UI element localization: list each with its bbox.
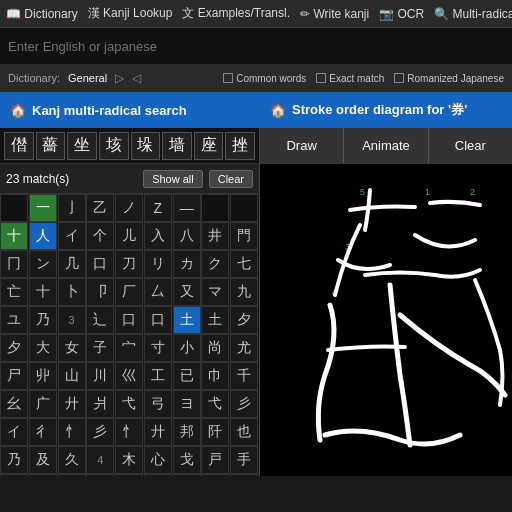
selected-radical-6[interactable]: 座 bbox=[194, 132, 224, 160]
radical-cell[interactable]: 手 bbox=[230, 446, 258, 474]
radical-cell[interactable]: 邦 bbox=[173, 418, 201, 446]
radical-cell[interactable]: 夕 bbox=[0, 334, 28, 362]
radical-cell[interactable]: イ bbox=[58, 222, 86, 250]
radical-cell[interactable]: 山 bbox=[58, 362, 86, 390]
radical-cell[interactable]: 口 bbox=[86, 250, 114, 278]
radical-cell[interactable]: 口 bbox=[115, 306, 143, 334]
selected-radical-7[interactable]: 挫 bbox=[225, 132, 255, 160]
radical-cell[interactable]: 十 bbox=[29, 278, 57, 306]
draw-button[interactable]: Draw bbox=[260, 128, 344, 163]
romanized-checkbox[interactable] bbox=[394, 73, 404, 83]
exact-match-checkbox[interactable] bbox=[316, 73, 326, 83]
kanji-canvas[interactable]: 5 1 2 3 4 bbox=[260, 164, 512, 476]
nav-examples[interactable]: 文 Examples/Transl. bbox=[182, 5, 290, 22]
radical-cell[interactable]: 門 bbox=[230, 222, 258, 250]
show-all-button[interactable]: Show all bbox=[143, 170, 203, 188]
radical-cell[interactable]: 彡 bbox=[86, 418, 114, 446]
radical-cell[interactable]: マ bbox=[201, 278, 229, 306]
radical-cell[interactable]: 巛 bbox=[115, 362, 143, 390]
clear-button-small[interactable]: Clear bbox=[209, 170, 253, 188]
radical-cell[interactable]: 乔 bbox=[86, 474, 114, 476]
radical-cell[interactable]: ヨ bbox=[173, 390, 201, 418]
radical-cell[interactable]: 彡 bbox=[230, 390, 258, 418]
radical-cell[interactable]: 卜 bbox=[58, 278, 86, 306]
exact-match-option[interactable]: Exact match bbox=[316, 73, 384, 84]
radical-cell[interactable]: 川 bbox=[86, 362, 114, 390]
selected-radical-5[interactable]: 墙 bbox=[162, 132, 192, 160]
nav-write[interactable]: ✏ Write kanji bbox=[300, 7, 369, 21]
radical-cell[interactable]: 乃 bbox=[29, 306, 57, 334]
radical-cell[interactable]: 刀 bbox=[115, 250, 143, 278]
radical-cell-hito[interactable]: 人 bbox=[29, 222, 57, 250]
radical-cell[interactable]: 乃 bbox=[0, 446, 28, 474]
common-words-option[interactable]: Common words bbox=[223, 73, 306, 84]
radical-cell[interactable]: 廾 bbox=[144, 418, 172, 446]
radical-cell[interactable]: 辶 bbox=[86, 306, 114, 334]
radical-cell[interactable]: 心 bbox=[144, 446, 172, 474]
radical-cell[interactable]: 弋 bbox=[201, 390, 229, 418]
radical-cell[interactable]: 儿 bbox=[115, 222, 143, 250]
radical-cell[interactable]: 女 bbox=[58, 334, 86, 362]
radical-cell[interactable]: 卩 bbox=[86, 278, 114, 306]
radical-cell[interactable]: 木 bbox=[115, 446, 143, 474]
radical-cell[interactable]: 彳 bbox=[29, 418, 57, 446]
radical-cell[interactable]: 寸 bbox=[144, 334, 172, 362]
radical-cell[interactable]: 日 bbox=[201, 474, 229, 476]
radical-cell[interactable]: 子 bbox=[86, 334, 114, 362]
home-icon-right[interactable]: 🏠 bbox=[270, 103, 286, 118]
radical-cell[interactable]: 已 bbox=[173, 362, 201, 390]
radical-cell[interactable]: 丱 bbox=[29, 362, 57, 390]
selected-radical-1[interactable]: 薔 bbox=[36, 132, 66, 160]
radical-cell[interactable]: イ bbox=[0, 418, 28, 446]
selected-radical-4[interactable]: 垛 bbox=[131, 132, 161, 160]
nav-ocr[interactable]: 📷 OCR bbox=[379, 7, 424, 21]
radical-cell[interactable]: 幺 bbox=[0, 390, 28, 418]
radical-cell[interactable]: 口 bbox=[144, 306, 172, 334]
radical-cell[interactable]: 亡 bbox=[0, 278, 28, 306]
selected-radical-2[interactable]: 坐 bbox=[67, 132, 97, 160]
radical-cell[interactable]: 尸 bbox=[0, 362, 28, 390]
radical-cell[interactable]: 宀 bbox=[115, 334, 143, 362]
radical-cell[interactable]: 阡 bbox=[201, 418, 229, 446]
radical-cell[interactable]: 夕 bbox=[230, 306, 258, 334]
radical-cell[interactable]: 土 bbox=[201, 306, 229, 334]
radical-cell-ju[interactable]: 十 bbox=[0, 222, 28, 250]
radical-cell-tsuchi[interactable]: 土 bbox=[173, 306, 201, 334]
radical-cell[interactable]: 八 bbox=[173, 222, 201, 250]
radical-cell[interactable]: 小 bbox=[173, 334, 201, 362]
radical-cell[interactable]: 工 bbox=[144, 362, 172, 390]
radical-cell[interactable]: 个 bbox=[86, 222, 114, 250]
radical-cell[interactable]: 弋 bbox=[115, 390, 143, 418]
nav-dictionary[interactable]: 📖 Dictionary bbox=[6, 7, 78, 21]
radical-cell[interactable]: ユ bbox=[0, 306, 28, 334]
radical-cell[interactable]: 又 bbox=[173, 278, 201, 306]
radical-cell[interactable]: 广 bbox=[29, 390, 57, 418]
radical-cell-ichi[interactable]: 一 bbox=[29, 194, 57, 222]
radical-cell[interactable]: 久 bbox=[58, 446, 86, 474]
radical-cell[interactable]: 大 bbox=[29, 334, 57, 362]
radical-cell[interactable]: 乃 bbox=[29, 474, 57, 476]
radical-cell[interactable]: 灬 bbox=[0, 474, 28, 476]
common-words-checkbox[interactable] bbox=[223, 73, 233, 83]
radical-cell[interactable]: 也 bbox=[230, 418, 258, 446]
radical-cell[interactable]: 几 bbox=[58, 250, 86, 278]
radical-cell[interactable]: 七 bbox=[230, 250, 258, 278]
radical-cell[interactable]: 尤 bbox=[230, 334, 258, 362]
radical-cell[interactable]: 忄 bbox=[115, 418, 143, 446]
clear-button[interactable]: Clear bbox=[429, 128, 512, 163]
radical-cell[interactable]: カ bbox=[173, 250, 201, 278]
search-input[interactable] bbox=[8, 39, 504, 54]
home-icon-left[interactable]: 🏠 bbox=[10, 103, 26, 118]
nav-kanji-lookup[interactable]: 漢 Kanji Lookup bbox=[88, 5, 173, 22]
radical-cell[interactable]: 夲 bbox=[144, 474, 172, 476]
radical-cell[interactable]: ク bbox=[201, 250, 229, 278]
radical-cell[interactable]: 巾 bbox=[201, 362, 229, 390]
radical-cell[interactable]: 弓 bbox=[144, 390, 172, 418]
radical-cell[interactable]: 井 bbox=[201, 222, 229, 250]
radical-cell[interactable]: 目 bbox=[230, 474, 258, 476]
radical-cell[interactable]: 廾 bbox=[58, 390, 86, 418]
radical-cell[interactable]: 戈 bbox=[173, 446, 201, 474]
radical-cell[interactable]: ノ bbox=[115, 194, 143, 222]
radical-cell[interactable]: 木 bbox=[115, 474, 143, 476]
radical-cell[interactable]: 戸 bbox=[201, 446, 229, 474]
